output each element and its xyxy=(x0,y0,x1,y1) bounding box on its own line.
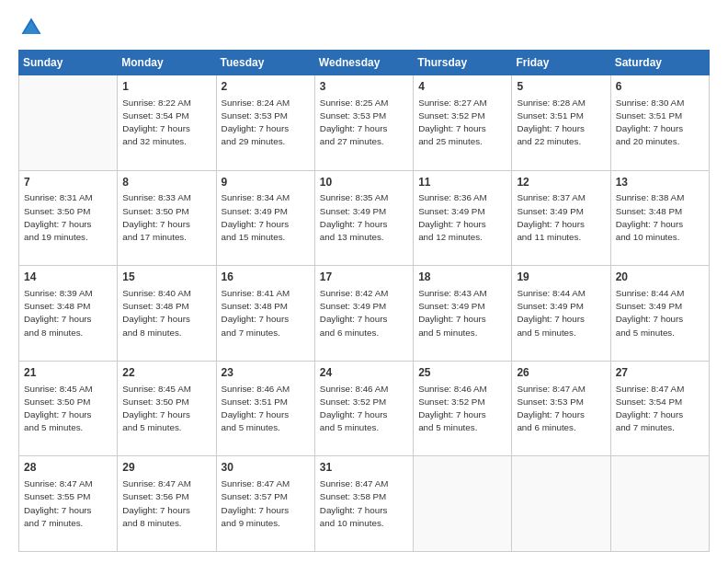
day-number: 26 xyxy=(517,365,605,381)
day-info: Sunrise: 8:33 AM Sunset: 3:50 PM Dayligh… xyxy=(122,191,210,244)
day-info: Sunrise: 8:39 AM Sunset: 3:48 PM Dayligh… xyxy=(24,287,112,339)
weekday-header-thursday: Thursday xyxy=(414,51,512,75)
week-row-1: 7Sunrise: 8:31 AM Sunset: 3:50 PM Daylig… xyxy=(19,170,710,266)
calendar-cell xyxy=(414,456,512,552)
day-info: Sunrise: 8:25 AM Sunset: 3:53 PM Dayligh… xyxy=(320,97,408,149)
calendar-cell xyxy=(19,75,118,171)
day-number: 14 xyxy=(24,270,112,285)
week-row-2: 14Sunrise: 8:39 AM Sunset: 3:48 PM Dayli… xyxy=(19,266,710,362)
day-number: 7 xyxy=(24,175,112,190)
calendar-cell: 6Sunrise: 8:30 AM Sunset: 3:51 PM Daylig… xyxy=(610,75,709,171)
day-info: Sunrise: 8:35 AM Sunset: 3:49 PM Dayligh… xyxy=(320,191,408,244)
day-number: 12 xyxy=(517,175,605,190)
calendar-cell: 14Sunrise: 8:39 AM Sunset: 3:48 PM Dayli… xyxy=(19,266,118,362)
day-info: Sunrise: 8:38 AM Sunset: 3:48 PM Dayligh… xyxy=(616,191,704,244)
logo-icon xyxy=(18,15,44,40)
day-number: 10 xyxy=(320,175,408,190)
calendar-cell: 24Sunrise: 8:46 AM Sunset: 3:52 PM Dayli… xyxy=(314,361,413,456)
weekday-header-sunday: Sunday xyxy=(19,51,118,75)
calendar-table: SundayMondayTuesdayWednesdayThursdayFrid… xyxy=(18,50,710,552)
day-number: 4 xyxy=(418,79,506,95)
day-number: 25 xyxy=(418,365,506,381)
day-info: Sunrise: 8:31 AM Sunset: 3:50 PM Dayligh… xyxy=(24,191,112,244)
day-info: Sunrise: 8:45 AM Sunset: 3:50 PM Dayligh… xyxy=(122,383,210,435)
calendar-cell: 11Sunrise: 8:36 AM Sunset: 3:49 PM Dayli… xyxy=(414,170,512,266)
week-row-0: 1Sunrise: 8:22 AM Sunset: 3:54 PM Daylig… xyxy=(19,75,710,171)
day-info: Sunrise: 8:41 AM Sunset: 3:48 PM Dayligh… xyxy=(222,287,310,339)
week-row-4: 28Sunrise: 8:47 AM Sunset: 3:55 PM Dayli… xyxy=(19,456,710,552)
day-info: Sunrise: 8:46 AM Sunset: 3:52 PM Dayligh… xyxy=(320,383,408,435)
day-info: Sunrise: 8:47 AM Sunset: 3:53 PM Dayligh… xyxy=(517,383,605,435)
day-info: Sunrise: 8:45 AM Sunset: 3:50 PM Dayligh… xyxy=(24,383,112,435)
calendar-cell: 4Sunrise: 8:27 AM Sunset: 3:52 PM Daylig… xyxy=(414,75,512,171)
day-number: 8 xyxy=(122,175,210,190)
calendar-cell: 2Sunrise: 8:24 AM Sunset: 3:53 PM Daylig… xyxy=(216,75,314,171)
day-number: 1 xyxy=(122,79,210,95)
day-info: Sunrise: 8:34 AM Sunset: 3:49 PM Dayligh… xyxy=(222,191,310,244)
calendar-cell: 21Sunrise: 8:45 AM Sunset: 3:50 PM Dayli… xyxy=(19,361,118,456)
calendar-cell: 29Sunrise: 8:47 AM Sunset: 3:56 PM Dayli… xyxy=(118,456,216,552)
calendar-cell: 13Sunrise: 8:38 AM Sunset: 3:48 PM Dayli… xyxy=(610,170,709,266)
day-info: Sunrise: 8:24 AM Sunset: 3:53 PM Dayligh… xyxy=(222,97,310,149)
day-info: Sunrise: 8:43 AM Sunset: 3:49 PM Dayligh… xyxy=(418,287,506,339)
day-info: Sunrise: 8:30 AM Sunset: 3:51 PM Dayligh… xyxy=(616,97,704,149)
calendar-cell: 19Sunrise: 8:44 AM Sunset: 3:49 PM Dayli… xyxy=(512,266,610,362)
calendar-cell: 22Sunrise: 8:45 AM Sunset: 3:50 PM Dayli… xyxy=(118,361,216,456)
day-number: 9 xyxy=(222,175,310,190)
page: SundayMondayTuesdayWednesdayThursdayFrid… xyxy=(0,0,728,563)
day-number: 13 xyxy=(616,175,704,190)
calendar-body: 1Sunrise: 8:22 AM Sunset: 3:54 PM Daylig… xyxy=(19,75,710,552)
weekday-header-tuesday: Tuesday xyxy=(216,51,314,75)
weekday-header-wednesday: Wednesday xyxy=(314,51,413,75)
week-row-3: 21Sunrise: 8:45 AM Sunset: 3:50 PM Dayli… xyxy=(19,361,710,456)
day-number: 11 xyxy=(418,175,506,190)
day-info: Sunrise: 8:22 AM Sunset: 3:54 PM Dayligh… xyxy=(122,97,210,149)
day-info: Sunrise: 8:28 AM Sunset: 3:51 PM Dayligh… xyxy=(517,97,605,149)
day-number: 19 xyxy=(517,270,605,285)
header xyxy=(18,15,710,40)
calendar-cell: 8Sunrise: 8:33 AM Sunset: 3:50 PM Daylig… xyxy=(118,170,216,266)
day-number: 31 xyxy=(320,460,408,476)
day-number: 22 xyxy=(122,365,210,381)
day-info: Sunrise: 8:47 AM Sunset: 3:57 PM Dayligh… xyxy=(222,477,310,530)
day-number: 21 xyxy=(24,365,112,381)
day-number: 28 xyxy=(24,460,112,476)
calendar-cell: 9Sunrise: 8:34 AM Sunset: 3:49 PM Daylig… xyxy=(216,170,314,266)
calendar-cell: 31Sunrise: 8:47 AM Sunset: 3:58 PM Dayli… xyxy=(314,456,413,552)
calendar-cell: 12Sunrise: 8:37 AM Sunset: 3:49 PM Dayli… xyxy=(512,170,610,266)
calendar-cell: 10Sunrise: 8:35 AM Sunset: 3:49 PM Dayli… xyxy=(314,170,413,266)
calendar-header: SundayMondayTuesdayWednesdayThursdayFrid… xyxy=(19,51,710,75)
day-number: 16 xyxy=(222,270,310,285)
day-info: Sunrise: 8:37 AM Sunset: 3:49 PM Dayligh… xyxy=(517,191,605,244)
day-number: 18 xyxy=(418,270,506,285)
calendar-cell: 30Sunrise: 8:47 AM Sunset: 3:57 PM Dayli… xyxy=(216,456,314,552)
day-info: Sunrise: 8:44 AM Sunset: 3:49 PM Dayligh… xyxy=(616,287,704,339)
calendar-cell: 23Sunrise: 8:46 AM Sunset: 3:51 PM Dayli… xyxy=(216,361,314,456)
logo xyxy=(18,15,48,40)
day-number: 30 xyxy=(222,460,310,476)
day-info: Sunrise: 8:47 AM Sunset: 3:56 PM Dayligh… xyxy=(122,477,210,530)
calendar-cell: 7Sunrise: 8:31 AM Sunset: 3:50 PM Daylig… xyxy=(19,170,118,266)
calendar-cell: 20Sunrise: 8:44 AM Sunset: 3:49 PM Dayli… xyxy=(610,266,709,362)
day-info: Sunrise: 8:47 AM Sunset: 3:55 PM Dayligh… xyxy=(24,477,112,530)
calendar-cell: 16Sunrise: 8:41 AM Sunset: 3:48 PM Dayli… xyxy=(216,266,314,362)
calendar-cell xyxy=(512,456,610,552)
day-number: 3 xyxy=(320,79,408,95)
weekday-header-saturday: Saturday xyxy=(610,51,709,75)
day-number: 20 xyxy=(616,270,704,285)
day-info: Sunrise: 8:42 AM Sunset: 3:49 PM Dayligh… xyxy=(320,287,408,339)
calendar-cell: 26Sunrise: 8:47 AM Sunset: 3:53 PM Dayli… xyxy=(512,361,610,456)
day-info: Sunrise: 8:36 AM Sunset: 3:49 PM Dayligh… xyxy=(418,191,506,244)
day-info: Sunrise: 8:46 AM Sunset: 3:51 PM Dayligh… xyxy=(222,383,310,435)
calendar-cell: 25Sunrise: 8:46 AM Sunset: 3:52 PM Dayli… xyxy=(414,361,512,456)
day-number: 2 xyxy=(222,79,310,95)
day-info: Sunrise: 8:40 AM Sunset: 3:48 PM Dayligh… xyxy=(122,287,210,339)
calendar-cell: 5Sunrise: 8:28 AM Sunset: 3:51 PM Daylig… xyxy=(512,75,610,171)
weekday-header-row: SundayMondayTuesdayWednesdayThursdayFrid… xyxy=(19,51,710,75)
day-info: Sunrise: 8:44 AM Sunset: 3:49 PM Dayligh… xyxy=(517,287,605,339)
calendar-cell: 28Sunrise: 8:47 AM Sunset: 3:55 PM Dayli… xyxy=(19,456,118,552)
calendar-cell: 1Sunrise: 8:22 AM Sunset: 3:54 PM Daylig… xyxy=(118,75,216,171)
day-number: 17 xyxy=(320,270,408,285)
day-number: 29 xyxy=(122,460,210,476)
day-number: 15 xyxy=(122,270,210,285)
